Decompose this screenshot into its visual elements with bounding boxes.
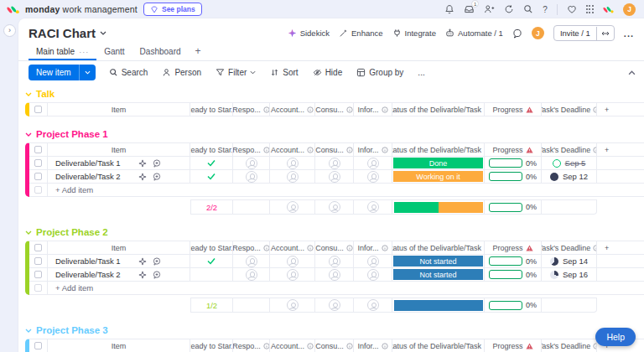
responsible-person-cell[interactable] xyxy=(233,268,270,282)
responsible-person-cell[interactable] xyxy=(233,170,270,184)
column-ready[interactable]: Ready to Star... xyxy=(190,103,233,116)
expand-item-icon[interactable] xyxy=(138,173,147,181)
select-all-checkbox-cell[interactable] xyxy=(29,143,48,157)
add-view-button[interactable]: + xyxy=(189,44,208,60)
column-accountable[interactable]: Account... xyxy=(270,103,315,116)
expand-item-icon[interactable] xyxy=(138,159,147,168)
add-update-icon[interactable] xyxy=(153,257,161,266)
status-pill[interactable]: Working on it xyxy=(393,171,483,182)
informed-person-cell[interactable] xyxy=(354,268,392,282)
column-informed[interactable]: Infor... xyxy=(354,143,392,157)
group-title-phase-1[interactable]: Project Phase 1 xyxy=(25,129,644,139)
column-ready[interactable]: Ready to Star... xyxy=(190,241,233,255)
column-accountable[interactable]: Account... xyxy=(270,339,315,352)
row-checkbox-cell[interactable] xyxy=(29,255,48,268)
responsible-person-cell[interactable] xyxy=(233,255,270,268)
column-informed[interactable]: Infor... xyxy=(354,339,392,352)
informed-person-cell[interactable] xyxy=(354,255,392,268)
item-name-cell[interactable]: Deliverable/Task 1 xyxy=(48,255,190,268)
column-status[interactable]: Status of the Delivarble/Task xyxy=(392,143,485,157)
select-all-checkbox-cell[interactable] xyxy=(29,339,48,352)
column-deadline[interactable]: Task's Deadline xyxy=(542,103,597,116)
informed-person-cell[interactable] xyxy=(354,157,392,170)
consulted-person-cell[interactable] xyxy=(315,170,354,184)
add-update-icon[interactable] xyxy=(153,159,161,168)
add-column-button[interactable]: + xyxy=(597,143,644,157)
group-by-button[interactable]: Group by xyxy=(351,65,409,80)
consulted-person-cell[interactable] xyxy=(315,157,354,170)
board-title[interactable]: RACI Chart xyxy=(29,26,106,40)
column-progress[interactable]: Progress xyxy=(485,241,542,255)
column-status[interactable]: Status of the Delivarble/Task xyxy=(392,339,485,352)
status-pill[interactable]: Not started xyxy=(393,256,483,267)
add-update-icon[interactable] xyxy=(153,173,161,181)
notifications-bell-icon[interactable] xyxy=(444,4,454,14)
item-name-cell[interactable]: Deliverable/Task 2 xyxy=(48,268,190,282)
filter-button[interactable]: Filter xyxy=(210,65,262,80)
column-item[interactable]: Item xyxy=(48,339,190,352)
consulted-person-cell[interactable] xyxy=(315,268,354,282)
add-column-button[interactable]: + xyxy=(597,103,644,116)
column-progress[interactable]: Progress xyxy=(485,339,542,352)
person-filter-button[interactable]: Person xyxy=(156,65,207,80)
accountable-person-cell[interactable] xyxy=(270,170,315,184)
column-informed[interactable]: Infor... xyxy=(354,241,392,255)
column-accountable[interactable]: Account... xyxy=(270,143,315,157)
inbox-icon[interactable]: 1 xyxy=(464,4,475,14)
column-ready[interactable]: Ready to Star... xyxy=(190,143,233,157)
column-responsible[interactable]: Respo... xyxy=(233,103,270,116)
expand-sidebar-button[interactable]: › xyxy=(3,24,16,37)
column-informed[interactable]: Infor... xyxy=(354,103,392,116)
search-icon[interactable] xyxy=(523,4,533,14)
row-checkbox-cell[interactable] xyxy=(29,157,48,170)
column-responsible[interactable]: Respo... xyxy=(233,339,270,352)
column-item[interactable]: Item xyxy=(48,143,190,157)
integrate-button[interactable]: Integrate xyxy=(392,28,437,38)
add-column-button[interactable]: + xyxy=(597,241,644,255)
enhance-button[interactable]: Enhance xyxy=(339,28,383,38)
column-ready[interactable]: Ready to Star... xyxy=(190,339,233,352)
column-item[interactable]: Item xyxy=(48,241,190,255)
responsible-person-cell[interactable] xyxy=(233,157,270,170)
search-button[interactable]: Search xyxy=(103,65,154,80)
ready-checkmark-cell[interactable] xyxy=(190,157,233,170)
add-update-icon[interactable] xyxy=(153,271,161,279)
column-responsible[interactable]: Respo... xyxy=(233,143,270,157)
help-icon[interactable]: ? xyxy=(543,5,548,14)
hide-button[interactable]: Hide xyxy=(307,65,349,80)
column-consulted[interactable]: Consu... xyxy=(315,143,354,157)
column-consulted[interactable]: Consu... xyxy=(315,241,354,255)
sort-button[interactable]: Sort xyxy=(264,65,304,80)
column-progress[interactable]: Progress xyxy=(485,143,542,157)
ready-checkmark-cell[interactable] xyxy=(190,255,233,268)
products-heart-icon[interactable] xyxy=(567,4,577,14)
column-deadline[interactable]: Task's Deadline xyxy=(542,339,597,352)
tab-menu-icon[interactable]: ··· xyxy=(79,48,89,56)
column-status[interactable]: Status of the Delivarble/Task xyxy=(392,103,485,116)
column-responsible[interactable]: Respo... xyxy=(233,241,270,255)
column-consulted[interactable]: Consu... xyxy=(315,339,354,352)
tab-main-table[interactable]: Main table··· xyxy=(29,44,96,60)
accountable-person-cell[interactable] xyxy=(270,157,315,170)
item-name-cell[interactable]: Deliverable/Task 1 xyxy=(48,157,190,170)
copy-link-icon[interactable] xyxy=(596,27,614,40)
ready-checkmark-cell[interactable] xyxy=(190,268,233,282)
expand-item-icon[interactable] xyxy=(138,257,147,266)
board-chat-icon[interactable] xyxy=(512,28,522,39)
status-pill[interactable]: Not started xyxy=(393,269,483,280)
tab-dashboard[interactable]: Dashboard xyxy=(132,44,189,60)
row-checkbox-cell[interactable] xyxy=(29,268,48,282)
collapse-header-icon[interactable] xyxy=(628,70,636,75)
toolbar-more-menu[interactable]: ... xyxy=(412,65,430,80)
column-deadline[interactable]: Task's Deadline xyxy=(542,241,597,255)
ready-checkmark-cell[interactable] xyxy=(190,170,233,184)
invite-members-icon[interactable] xyxy=(484,4,495,14)
column-status[interactable]: Status of the Delivarble/Task xyxy=(392,241,485,255)
user-avatar[interactable]: J xyxy=(623,3,636,16)
item-name-cell[interactable]: Deliverable/Task 2 xyxy=(48,170,190,184)
group-title-talk[interactable]: Talk xyxy=(25,89,644,99)
invite-button[interactable]: Invite / 1 xyxy=(553,25,615,41)
status-pill[interactable]: Done xyxy=(393,158,483,168)
help-button[interactable]: Help xyxy=(595,328,636,346)
informed-person-cell[interactable] xyxy=(354,170,392,184)
